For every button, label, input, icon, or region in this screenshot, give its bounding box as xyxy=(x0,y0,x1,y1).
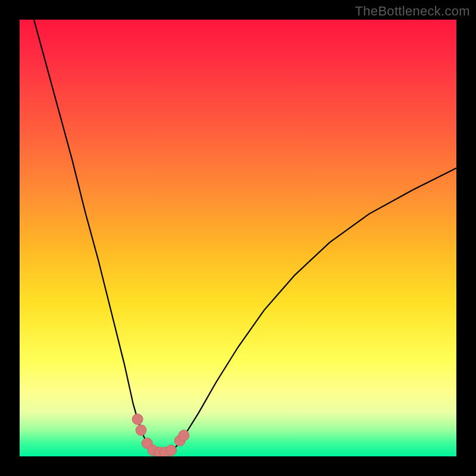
watermark-text: TheBottleneck.com xyxy=(355,4,470,19)
curve-marker xyxy=(178,430,189,441)
curve-markers xyxy=(132,414,189,456)
curve-marker xyxy=(136,425,146,436)
bottleneck-curve xyxy=(20,20,456,456)
plot-area xyxy=(20,20,456,456)
curve-marker xyxy=(132,414,143,425)
image-frame: TheBottleneck.com xyxy=(0,0,476,476)
curve-line xyxy=(20,20,456,453)
curve-marker xyxy=(166,445,177,456)
